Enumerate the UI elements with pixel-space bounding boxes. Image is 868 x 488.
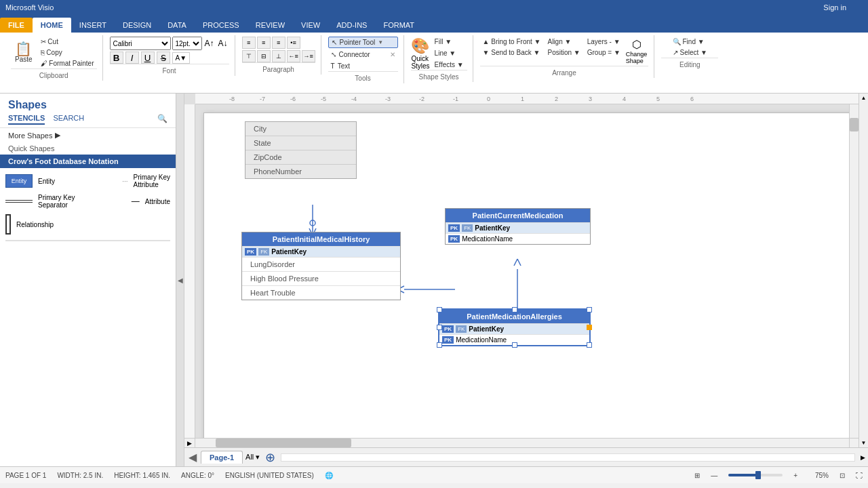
selection-handle-tm (512, 307, 517, 312)
tab-home[interactable]: HOME (33, 18, 71, 33)
gray-row-city: City (245, 122, 356, 136)
fk-badge-3: FK (456, 325, 467, 333)
ribbon-tabs: FILE HOME INSERT DESIGN DATA PROCESS REV… (0, 15, 868, 33)
ribbon-group-tools: ↖ Pointer Tool ▼ ⤡ Connector ✕ T Text To… (323, 35, 404, 83)
align-button[interactable]: Align ▼ (545, 37, 583, 47)
page-scrollbar[interactable] (281, 453, 855, 462)
effects-button[interactable]: Effects ▼ (432, 60, 467, 70)
canvas-inner[interactable]: -8 -7 -6 -5 -4 -3 -2 -1 0 1 2 3 4 5 6 (184, 94, 859, 447)
tab-file[interactable]: FILE (0, 18, 33, 33)
position-button[interactable]: Position ▼ (545, 47, 583, 58)
tab-design[interactable]: DESIGN (115, 18, 159, 33)
quick-shapes-item[interactable]: Quick Shapes (0, 142, 176, 155)
italic-button[interactable]: I (125, 52, 139, 64)
fill-button[interactable]: Fill ▼ (432, 37, 467, 47)
stencil-pk-separator[interactable]: Primary KeySeparator — Attribute (5, 194, 170, 209)
scrollbar-horizontal[interactable] (195, 438, 849, 447)
line-button[interactable]: Line ▼ (432, 48, 467, 58)
copy-button[interactable]: ⎘ Copy (38, 47, 97, 58)
full-screen-btn[interactable]: ⛶ (856, 472, 863, 479)
more-shapes-arrow: ▶ (55, 131, 60, 140)
stencil-entity[interactable]: Entity Entity ··· Primary KeyAttribute (5, 174, 170, 188)
sidebar-collapse-handle[interactable]: ◀ (176, 94, 184, 466)
sidebar-tab-search[interactable]: SEARCH (53, 114, 84, 125)
font-size-select[interactable]: 12pt. (172, 37, 202, 50)
nav-left-btn[interactable]: ◀ (184, 451, 201, 464)
bring-to-front-button[interactable]: ▲ Bring to Front ▼ (480, 37, 544, 47)
sign-in-link[interactable]: Sign in (823, 3, 846, 12)
pk-badge-3a: PK (442, 325, 454, 333)
vertical-align-mid-button[interactable]: ⊟ (257, 50, 271, 62)
paste-button[interactable]: 📋 Paste (11, 40, 37, 65)
vertical-align-top-button[interactable]: ⊤ (242, 50, 256, 62)
indent-increase-button[interactable]: →≡ (302, 50, 315, 62)
fit-page-btn[interactable]: ⊡ (840, 472, 845, 479)
zoom-handle[interactable] (755, 471, 761, 479)
indent-decrease-button[interactable]: ←≡ (287, 50, 300, 62)
tab-view[interactable]: VIEW (293, 18, 328, 33)
tab-insert[interactable]: INSERT (71, 18, 115, 33)
zoom-slider[interactable] (728, 474, 783, 476)
align-center-button[interactable]: ≡ (257, 37, 271, 49)
connector-icon: ⤡ (331, 51, 336, 58)
connector-tool-button[interactable]: ⤡ Connector ✕ (328, 49, 398, 60)
align-right-button[interactable]: ≡ (272, 37, 285, 49)
nav-right-btn[interactable]: ▶ (858, 454, 868, 461)
decrease-font-button[interactable]: A↓ (217, 37, 229, 49)
paste-icon: 📋 (15, 42, 32, 56)
nav-arrow-up[interactable]: ▶ (184, 438, 195, 447)
crows-foot-section[interactable]: Crow's Foot Database Notation (0, 155, 176, 168)
send-to-back-button[interactable]: ▼ Send to Back ▼ (480, 47, 544, 58)
more-shapes-item[interactable]: More Shapes ▶ (0, 128, 176, 142)
zoom-out-btn[interactable]: — (711, 472, 717, 479)
scrollbar-h-thumb[interactable] (216, 439, 351, 447)
align-left-button[interactable]: ≡ (242, 37, 256, 49)
stencil-relationship[interactable]: Relationship (5, 214, 170, 235)
relationship-preview (5, 214, 11, 235)
tab-process[interactable]: PROCESS (195, 18, 248, 33)
bullet-list-button[interactable]: •≡ (287, 37, 300, 49)
canvas-page[interactable]: City State ZipCode PhoneNumber PatientIn… (203, 113, 856, 445)
quick-styles-button[interactable]: 🎨 QuickStyles (411, 37, 429, 70)
select-button[interactable]: ↗ Select ▼ (670, 47, 710, 58)
tab-format[interactable]: FORMAT (375, 18, 422, 33)
group-button[interactable]: Group = ▼ (585, 47, 623, 58)
layers-button[interactable]: Layers - ▼ (585, 37, 623, 47)
font-family-select[interactable]: Calibri (110, 37, 171, 50)
sidebar-search-icon[interactable]: 🔍 (157, 114, 167, 125)
patient-current-med-table[interactable]: PatientCurrentMedication PK FK PatientKe… (445, 208, 591, 245)
scroll-up-btn[interactable]: ▲ (860, 94, 868, 102)
format-painter-button[interactable]: 🖌 Format Painter (38, 58, 97, 68)
patient-history-table[interactable]: PatientInitialMedicalHistory PK FK Patie… (241, 232, 401, 300)
patient-med-allergies-row-pk: PK FK PatientKey (439, 323, 589, 334)
zoom-level[interactable]: 75% (808, 472, 829, 479)
gray-row-phone: PhoneNumber (245, 164, 356, 178)
normal-view-btn[interactable]: ⊞ (694, 472, 700, 479)
page-tab-1[interactable]: Page-1 (201, 451, 243, 464)
tab-data[interactable]: DATA (159, 18, 195, 33)
bold-button[interactable]: B (110, 52, 123, 64)
find-button[interactable]: 🔍 Find ▼ (670, 37, 710, 47)
sidebar-tab-stencils[interactable]: STENCILS (8, 114, 45, 125)
text-tool-button[interactable]: T Text (328, 61, 398, 71)
connector-close-icon[interactable]: ✕ (390, 51, 395, 58)
increase-font-button[interactable]: A↑ (203, 37, 216, 49)
strikethrough-button[interactable]: S̶ (157, 52, 170, 64)
font-color-button[interactable]: A▼ (172, 52, 191, 64)
patient-med-allergies-table[interactable]: PatientMedicationAllergies PK FK Patient… (438, 308, 591, 346)
pointer-tool-button[interactable]: ↖ Pointer Tool ▼ (328, 37, 398, 48)
add-page-btn[interactable]: ⊕ (262, 450, 278, 465)
all-pages-btn[interactable]: All ▾ (243, 453, 262, 462)
scroll-down-btn[interactable]: ▼ (860, 439, 868, 447)
relationship-label: Relationship (16, 221, 54, 228)
vertical-align-bot-button[interactable]: ⊥ (272, 50, 285, 62)
scrollbar-v-thumb[interactable] (850, 118, 859, 131)
tab-review[interactable]: REVIEW (248, 18, 293, 33)
cut-button[interactable]: ✂ Cut (38, 37, 97, 47)
change-shape-button[interactable]: ⬡ ChangeShape (625, 37, 649, 66)
scrollbar-vertical[interactable] (849, 104, 859, 438)
underline-button[interactable]: U (141, 52, 155, 64)
zoom-in-btn[interactable]: + (793, 472, 797, 479)
field-patientkey-1: PatientKey (271, 248, 307, 256)
tab-addins[interactable]: ADD-INS (328, 18, 375, 33)
